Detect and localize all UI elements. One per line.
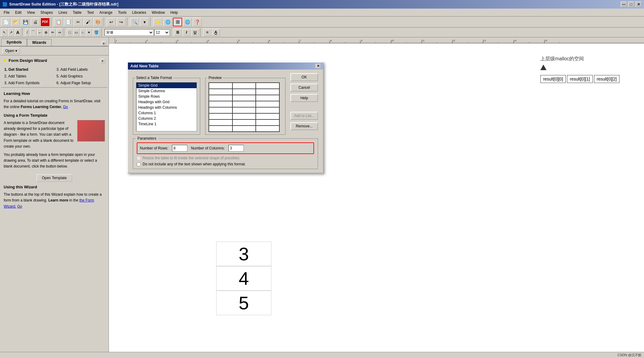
rows-input[interactable]: [172, 145, 187, 152]
ok-button[interactable]: OK: [290, 73, 318, 81]
title-bar: 🟦 SmartDraw Suite Edition - [三数之和-二级指针保存…: [0, 0, 644, 9]
menu-text[interactable]: Text: [85, 9, 96, 16]
undo-button[interactable]: ↩: [107, 18, 116, 26]
format-item-simple-rows[interactable]: Simple Rows: [136, 94, 197, 99]
smartdraw-button[interactable]: 🌟: [153, 18, 163, 26]
help-button[interactable]: Help: [290, 94, 318, 102]
pointer-tool[interactable]: ↗: [8, 28, 14, 36]
canvas-area[interactable]: // Will be rendered statically 1 2 3 4 5…: [109, 37, 644, 352]
font-color-button[interactable]: A̲: [212, 29, 220, 36]
line-tool[interactable]: /: [25, 28, 29, 36]
title-bar-controls[interactable]: — □ ✕: [621, 2, 642, 7]
align-button[interactable]: ≡: [203, 29, 211, 36]
menu-table[interactable]: Table: [70, 9, 84, 16]
print-button[interactable]: 🖨: [31, 18, 40, 26]
form-wizard-go-link[interactable]: Go: [17, 204, 22, 209]
open-template-button[interactable]: Open Template: [36, 174, 72, 182]
white-canvas[interactable]: 上层级malloc的空间 result[0][0] result[0][1] r…: [109, 43, 644, 352]
shape-tool[interactable]: ✦: [86, 28, 92, 36]
table-button[interactable]: ⊞: [173, 18, 182, 26]
node-tool[interactable]: ⊕: [43, 28, 49, 36]
zoom-button[interactable]: 🔍: [130, 18, 139, 26]
font-size-select[interactable]: 12: [154, 29, 170, 36]
menu-tools[interactable]: Tools: [116, 9, 129, 16]
font-name-select[interactable]: 宋体: [105, 29, 154, 36]
nav-item-2[interactable]: 2. Add Tables: [2, 73, 54, 79]
format-list[interactable]: Simple Grid Simple Columns Simple Rows H…: [136, 82, 197, 131]
copy-button[interactable]: 📑: [64, 18, 73, 26]
wizard-close-button[interactable]: ✕: [100, 58, 105, 63]
text-tool[interactable]: A: [15, 28, 21, 36]
dialog-close-button[interactable]: ✕: [316, 64, 320, 68]
tab-symbols[interactable]: Symbols: [1, 39, 27, 46]
menu-window[interactable]: Window: [149, 9, 167, 16]
draw-sep-5: [200, 28, 202, 37]
nav-item-3[interactable]: 3. Add Field Labels: [55, 66, 106, 73]
style-button[interactable]: 🎨: [93, 18, 102, 26]
menu-view[interactable]: View: [25, 9, 37, 16]
format-item-columns-2[interactable]: Columns 2: [136, 116, 197, 121]
select-tool[interactable]: ↖: [1, 28, 7, 36]
format-item-simple-columns[interactable]: Simple Columns: [136, 88, 197, 94]
nav-item-6[interactable]: 6. Adjust Page Setup: [55, 80, 106, 86]
rect-tool[interactable]: □: [67, 28, 72, 36]
format-item-columns-1[interactable]: Columns 1: [136, 110, 197, 116]
open-button[interactable]: 📂: [11, 18, 20, 26]
menu-help[interactable]: Help: [168, 9, 180, 16]
arrow-tool[interactable]: ⇒: [56, 28, 63, 36]
theme-button[interactable]: 🌐: [183, 18, 192, 26]
resize-checkbox[interactable]: [137, 156, 141, 160]
curve-tool[interactable]: ⌒: [30, 28, 36, 36]
no-text-checkbox[interactable]: [137, 162, 141, 166]
pencil-tool[interactable]: ✏: [50, 28, 56, 36]
underline-button[interactable]: U: [191, 29, 199, 36]
preview-cell: [232, 95, 256, 101]
help-button[interactable]: ❓: [193, 18, 202, 26]
open-panel-button[interactable]: Open ▾: [2, 48, 20, 54]
bold-button[interactable]: B: [174, 29, 182, 36]
menu-lines[interactable]: Lines: [56, 9, 70, 16]
ellipse-tool[interactable]: ○: [80, 28, 85, 36]
paste-button[interactable]: 📋: [54, 18, 63, 26]
rounded-rect-tool[interactable]: ▭: [73, 28, 79, 36]
svg-text:2: 2: [146, 39, 148, 42]
learning-center-link[interactable]: Go: [63, 105, 68, 109]
preview-cell: [232, 101, 256, 107]
internet-button[interactable]: 🌐: [163, 18, 172, 26]
minimize-button[interactable]: —: [621, 2, 627, 7]
italic-button[interactable]: I: [182, 29, 190, 36]
nav-item-4[interactable]: 3. Add Form Symbols: [2, 80, 54, 86]
zoom-dropdown[interactable]: ▾: [140, 18, 149, 26]
format-paint-button[interactable]: 🖌: [83, 18, 93, 26]
nav-item-1[interactable]: 1. Get Started: [2, 66, 54, 73]
panel-close-button[interactable]: ✕: [101, 41, 106, 46]
connector-tool[interactable]: ⌐: [37, 28, 42, 36]
open-dropdown-icon[interactable]: ▾: [15, 49, 17, 53]
nav-item-5[interactable]: 5. Add Graphics: [55, 73, 106, 79]
tab-wizards[interactable]: Wizards: [27, 39, 52, 46]
dialog-top-area: Select a Table Format Simple Grid Simple…: [133, 73, 318, 135]
pdf-button[interactable]: PDF: [40, 18, 50, 26]
cancel-button[interactable]: Cancel: [290, 84, 318, 92]
menu-file[interactable]: File: [1, 9, 12, 16]
menu-edit[interactable]: Edit: [13, 9, 24, 16]
status-bar: CSDN @沉不默: [0, 352, 644, 358]
menu-libraries[interactable]: Libraries: [130, 9, 149, 16]
maximize-button[interactable]: □: [628, 2, 634, 7]
format-item-headings-columns[interactable]: Headings with Columns: [136, 105, 197, 110]
save-button[interactable]: 💾: [21, 18, 30, 26]
svg-text:5: 5: [238, 39, 240, 42]
format-item-headings-grid[interactable]: Headings with Grid: [136, 99, 197, 105]
close-button[interactable]: ✕: [635, 2, 642, 7]
cut-button[interactable]: ✂: [74, 18, 83, 26]
format-item-timeline-1[interactable]: TimeLine 1: [136, 121, 197, 127]
new-button[interactable]: 📄: [1, 18, 10, 26]
redo-button[interactable]: ↪: [117, 18, 126, 26]
cols-input[interactable]: [228, 145, 244, 152]
menu-arrange[interactable]: Arrange: [97, 9, 115, 16]
fill-color-tool[interactable]: 🪣: [93, 28, 100, 36]
add-to-list-button[interactable]: Add to List...: [290, 112, 318, 120]
format-item-simple-grid[interactable]: Simple Grid: [136, 83, 197, 88]
remove-button[interactable]: Remove...: [290, 122, 318, 130]
menu-shapes[interactable]: Shapes: [38, 9, 56, 16]
